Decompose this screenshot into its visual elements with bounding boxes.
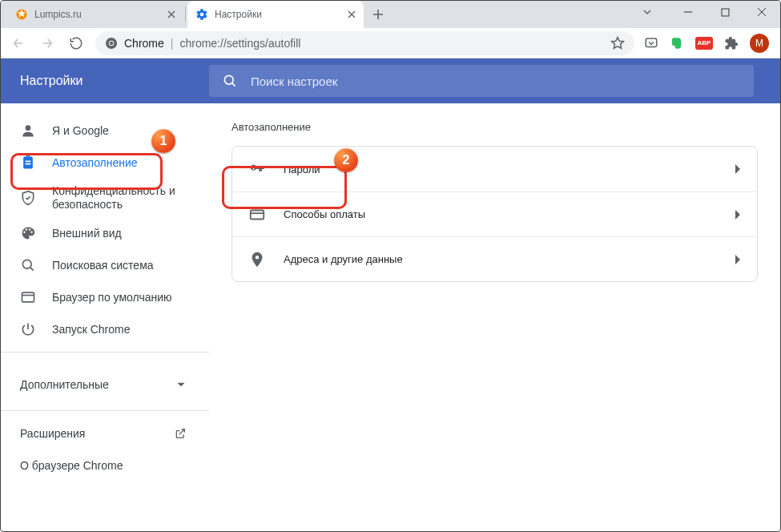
external-link-icon xyxy=(174,427,187,440)
sidebar-item-autofill[interactable]: Автозаполнение xyxy=(1,147,199,179)
close-button[interactable] xyxy=(743,1,780,23)
chevron-right-icon xyxy=(735,210,741,220)
chevron-right-icon xyxy=(735,255,741,264)
palette-icon xyxy=(20,225,36,241)
key-icon xyxy=(248,160,266,178)
sidebar-extensions-link[interactable]: Расширения xyxy=(1,417,209,449)
bookmark-star-icon[interactable] xyxy=(610,36,625,50)
sidebar-item-search-engine[interactable]: Поисковая система xyxy=(1,249,199,281)
omnibox-divider: | xyxy=(171,37,174,50)
settings-title: Настройки xyxy=(1,74,209,88)
row-addresses[interactable]: Адреса и другие данные xyxy=(232,236,757,281)
annotation-badge-2: 2 xyxy=(334,148,358,172)
tab-lumpics[interactable]: Lumpics.ru xyxy=(7,1,183,28)
svg-rect-9 xyxy=(22,292,34,302)
clipboard-icon xyxy=(20,155,36,171)
tab-title: Lumpics.ru xyxy=(34,9,82,20)
abp-icon[interactable]: ABP xyxy=(695,37,713,50)
svg-point-8 xyxy=(22,260,31,268)
tab-title: Настройки xyxy=(215,9,262,20)
section-title: Автозаполнение xyxy=(231,121,758,133)
sidebar-item-label: Я и Google xyxy=(52,124,109,137)
row-label: Пароли xyxy=(284,163,320,175)
omnibox-url: chrome://settings/autofill xyxy=(179,37,300,50)
tab-separator xyxy=(185,6,186,22)
sidebar-advanced-toggle[interactable]: Дополнительные xyxy=(1,365,209,404)
browser-icon xyxy=(20,289,36,305)
svg-rect-1 xyxy=(722,9,729,16)
chrome-logo-icon xyxy=(105,37,118,50)
sidebar-item-label: Запуск Chrome xyxy=(52,323,130,336)
settings-content: Я и Google Автозаполнение Конфиденциальн… xyxy=(1,103,780,531)
sidebar-item-label: Автозаполнение xyxy=(52,156,138,169)
card-icon xyxy=(248,206,266,224)
tab-settings[interactable]: Настройки xyxy=(187,1,364,28)
new-tab-button[interactable] xyxy=(367,3,389,26)
settings-header: Настройки xyxy=(1,58,780,103)
close-icon[interactable] xyxy=(167,10,175,18)
sidebar-item-default-browser[interactable]: Браузер по умолчанию xyxy=(1,281,199,313)
extension-icons: ABP M xyxy=(641,34,775,53)
svg-point-4 xyxy=(110,41,114,45)
svg-point-7 xyxy=(26,125,31,131)
settings-search-input[interactable] xyxy=(251,75,741,88)
settings-main: Автозаполнение Пароли Способы оплаты Адр… xyxy=(209,103,780,531)
settings-search[interactable] xyxy=(209,65,754,97)
row-label: Способы оплаты xyxy=(284,208,365,220)
sidebar-item-label: Браузер по умолчанию xyxy=(52,291,172,304)
sidebar-item-privacy[interactable]: Конфиденциальность и безопасность xyxy=(1,179,199,217)
window-titlebar: Lumpics.ru Настройки xyxy=(1,1,780,28)
chevron-down-icon xyxy=(175,379,187,390)
window-controls xyxy=(631,1,780,23)
pocket-icon[interactable] xyxy=(644,36,658,50)
row-payment-methods[interactable]: Способы оплаты xyxy=(232,191,757,236)
extensions-puzzle-icon[interactable] xyxy=(724,36,739,50)
favicon-lumpics xyxy=(15,8,28,21)
svg-rect-10 xyxy=(251,210,264,219)
sidebar-item-appearance[interactable]: Внешний вид xyxy=(1,217,199,249)
autofill-card: Пароли Способы оплаты Адреса и другие да… xyxy=(231,146,758,282)
sidebar-item-label: Внешний вид xyxy=(52,227,122,240)
omnibox-security-label: Chrome xyxy=(124,37,164,50)
settings-sidebar: Я и Google Автозаполнение Конфиденциальн… xyxy=(1,103,209,531)
annotation-badge-1: 1 xyxy=(151,129,175,153)
back-button[interactable] xyxy=(6,30,31,56)
evernote-icon[interactable] xyxy=(670,36,684,50)
svg-rect-5 xyxy=(646,38,657,47)
sidebar-item-on-startup[interactable]: Запуск Chrome xyxy=(1,313,199,345)
omnibox[interactable]: Chrome | chrome://settings/autofill xyxy=(95,31,634,55)
profile-avatar[interactable]: M xyxy=(750,34,769,53)
location-icon xyxy=(248,251,266,268)
svg-point-6 xyxy=(224,75,233,84)
sidebar-extensions-label: Расширения xyxy=(20,427,85,440)
reload-button[interactable] xyxy=(63,30,89,56)
sidebar-about-label: О браузере Chrome xyxy=(20,459,123,472)
close-icon[interactable] xyxy=(348,10,356,18)
shield-icon xyxy=(20,190,36,206)
power-icon xyxy=(20,321,36,337)
chevron-right-icon xyxy=(735,164,741,174)
sidebar-item-label: Конфиденциальность и безопасность xyxy=(52,184,199,212)
maximize-button[interactable] xyxy=(707,1,743,23)
row-label: Адреса и другие данные xyxy=(284,253,403,265)
person-icon xyxy=(20,123,36,139)
minimize-button[interactable] xyxy=(670,1,707,23)
favicon-settings xyxy=(195,8,208,21)
sidebar-advanced-label: Дополнительные xyxy=(20,378,109,391)
sidebar-about-link[interactable]: О браузере Chrome xyxy=(1,449,209,482)
row-passwords[interactable]: Пароли xyxy=(232,147,757,191)
search-icon xyxy=(222,73,238,89)
sidebar-item-label: Поисковая система xyxy=(52,259,154,272)
search-icon xyxy=(20,257,36,273)
forward-button[interactable] xyxy=(34,30,60,56)
tab-dropdown-icon[interactable] xyxy=(631,1,663,23)
address-bar-row: Chrome | chrome://settings/autofill ABP … xyxy=(1,28,780,58)
